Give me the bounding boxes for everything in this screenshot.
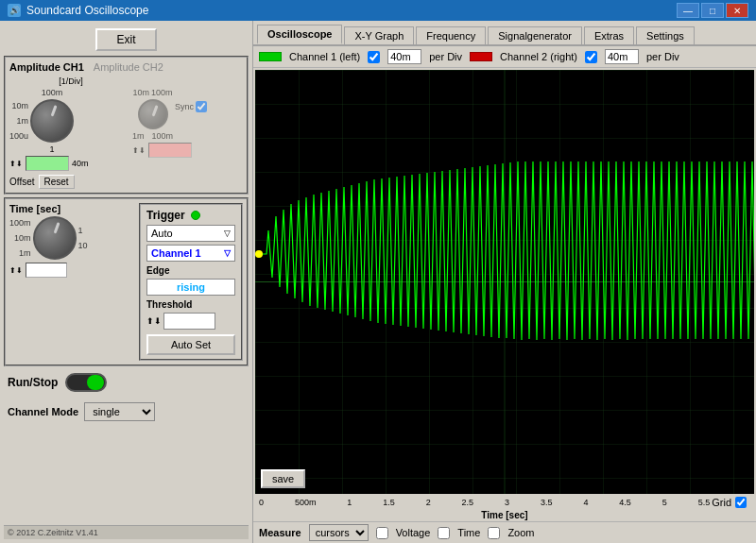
threshold-input[interactable]: 0.01 <box>163 313 215 330</box>
ch1-channel-label: Channel 1 (left) <box>289 51 360 62</box>
grid-row: Grid <box>712 497 752 508</box>
title-text: Soundcard Oscilloscope <box>26 4 671 17</box>
time-label: Time [sec] <box>9 203 133 214</box>
time-checkbox[interactable] <box>438 527 450 539</box>
runstop-section: Run/Stop <box>4 369 249 396</box>
reset-button[interactable]: Reset <box>39 175 75 189</box>
time-axis-row: 0 500m 1 1.5 2 2.5 3 3.5 4 4.5 5 5.5 Gri… <box>253 496 756 509</box>
channel-mode-label: Channel Mode <box>8 406 78 417</box>
rising-button[interactable]: rising <box>146 279 235 296</box>
right-panel: Oscilloscope X-Y Graph Frequency Signalg… <box>253 21 756 543</box>
ch2-per-div-input[interactable] <box>605 49 639 64</box>
voltage-checkbox[interactable] <box>376 527 388 539</box>
ch1-scale-bot: 40m <box>72 159 89 168</box>
ch1-checkbox[interactable] <box>368 51 380 63</box>
oscilloscope-display: save <box>255 70 754 494</box>
ch1-scale-right1: 1 <box>50 144 55 154</box>
exit-btn-row: Exit <box>4 25 249 53</box>
measure-row: Measure cursors Voltage Time Zoom <box>253 521 756 543</box>
ch2-checkbox[interactable] <box>585 51 597 63</box>
ch1-per-div-input[interactable] <box>387 49 421 64</box>
trigger-section: Trigger Auto ▽ Channel 1 ▽ Edge rising T… <box>139 203 243 361</box>
exit-button[interactable]: Exit <box>95 28 156 51</box>
sync-row: Sync <box>175 101 207 112</box>
voltage-label: Voltage <box>396 527 431 538</box>
tabs-bar: Oscilloscope X-Y Graph Frequency Signalg… <box>253 21 756 46</box>
time-scale-right: 1 10 <box>78 226 88 250</box>
offset-row: Offset Reset <box>9 175 243 189</box>
amplitude-section: Amplitude CH1 Amplitude CH2 [1/Div] 10m … <box>4 56 249 195</box>
trigger-label: Trigger <box>146 209 185 222</box>
time-knob[interactable] <box>33 216 77 260</box>
time-trigger-section: Time [sec] 100m 10m 1m 1 10 ⬆⬇ 5.5 <box>4 197 249 366</box>
grid-checkbox[interactable] <box>735 497 747 508</box>
zoom-label: Zoom <box>507 527 534 538</box>
trigger-header: Trigger <box>146 209 235 222</box>
ch1-value-input[interactable]: 0.000 <box>26 156 69 171</box>
amplitude-ch2-label: Amplitude CH2 <box>94 61 163 73</box>
time-measure-label: Time <box>457 527 480 538</box>
ch1-indicator <box>259 52 282 61</box>
time-axis-label: Time [sec] <box>253 509 756 521</box>
tab-oscilloscope[interactable]: Oscilloscope <box>257 25 342 44</box>
tab-xy-graph[interactable]: X-Y Graph <box>344 26 414 44</box>
ch2-amplitude-knob[interactable] <box>138 99 168 129</box>
trigger-auto-dropdown[interactable]: Auto ▽ <box>146 225 235 242</box>
sync-checkbox[interactable] <box>196 101 207 112</box>
time-value-input[interactable]: 5.5 <box>26 263 67 278</box>
title-bar: 🔊 Soundcard Oscilloscope — □ ✕ <box>0 0 756 21</box>
runstop-label: Run/Stop <box>8 376 58 389</box>
channel-mode-section: Channel Mode single <box>4 399 249 425</box>
auto-dropdown-arrow: ▽ <box>224 229 231 238</box>
ch1-amplitude: [1/Div] 10m 1m 100u 100m <box>9 76 132 171</box>
tab-extras[interactable]: Extras <box>584 26 634 44</box>
ch2-value-input[interactable]: 0.000 <box>148 143 192 158</box>
close-button[interactable]: ✕ <box>726 3 748 18</box>
amplitude-channels: [1/Div] 10m 1m 100u 100m <box>9 76 243 171</box>
grid-label: Grid <box>712 497 731 508</box>
ch2-indicator <box>470 52 492 61</box>
edge-label: Edge <box>146 265 235 276</box>
channel-dropdown-arrow: ▽ <box>224 248 231 258</box>
ch2-per-div-label: per Div <box>646 51 679 62</box>
channel-row: Channel 1 (left) per Div Channel 2 (righ… <box>253 46 756 68</box>
time-axis-ticks: 0 500m 1 1.5 2 2.5 3 3.5 4 4.5 5 5.5 <box>257 498 712 507</box>
runstop-toggle[interactable] <box>65 373 107 392</box>
trigger-led <box>191 211 200 220</box>
zoom-checkbox[interactable] <box>488 527 500 539</box>
ch1-per-div-label: per Div <box>429 51 462 62</box>
channel-mode-select[interactable]: single <box>84 402 155 421</box>
oscilloscope-svg <box>255 70 754 494</box>
maximize-button[interactable]: □ <box>701 3 724 18</box>
ch1-amplitude-knob[interactable] <box>30 99 74 143</box>
sync-label: Sync <box>175 102 194 111</box>
amplitude-ch1-label: Amplitude CH1 <box>9 61 84 73</box>
save-button[interactable]: save <box>261 469 305 488</box>
ch2-amplitude: unit 10m 100m 1m 100m <box>132 76 236 171</box>
app-icon: 🔊 <box>8 4 21 17</box>
copyright: © 2012 C.Zeitnitz V1.41 <box>4 525 249 539</box>
time-scale-left: 100m 10m 1m <box>9 218 31 258</box>
toggle-knob <box>87 375 104 390</box>
tab-settings[interactable]: Settings <box>636 26 695 44</box>
left-panel: Exit Amplitude CH1 Amplitude CH2 [1/Div]… <box>0 21 253 543</box>
ch1-scale-left: 10m 1m 100u <box>9 101 28 141</box>
ch2-channel-label: Channel 2 (right) <box>500 51 577 62</box>
threshold-label: Threshold <box>146 299 235 310</box>
window-controls: — □ ✕ <box>677 3 748 18</box>
main-container: Exit Amplitude CH1 Amplitude CH2 [1/Div]… <box>0 21 756 543</box>
tab-frequency[interactable]: Frequency <box>416 26 486 44</box>
trigger-channel-dropdown[interactable]: Channel 1 ▽ <box>146 245 235 262</box>
trigger-marker <box>255 250 263 258</box>
minimize-button[interactable]: — <box>677 3 699 18</box>
offset-label: Offset <box>9 177 35 187</box>
measure-label: Measure <box>259 527 301 538</box>
tab-signalgenerator[interactable]: Signalgenerator <box>488 26 582 44</box>
time-section-inner: Time [sec] 100m 10m 1m 1 10 ⬆⬇ 5.5 <box>9 203 133 361</box>
cursors-select[interactable]: cursors <box>309 524 369 541</box>
ch1-unit-label: [1/Div] <box>9 76 132 86</box>
autoset-button[interactable]: Auto Set <box>146 334 235 355</box>
